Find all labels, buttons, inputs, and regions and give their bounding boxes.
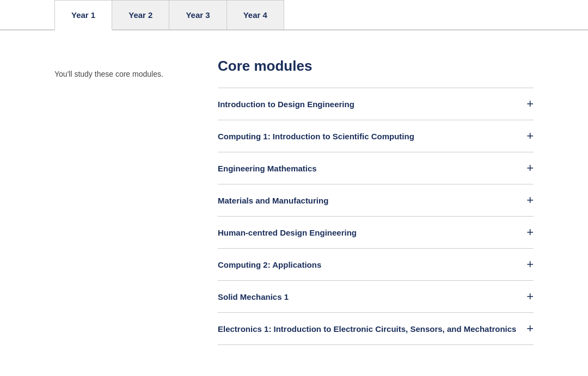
module-item[interactable]: Solid Mechanics 1+: [218, 281, 534, 313]
tab-year3[interactable]: Year 3: [169, 0, 226, 29]
module-expand-icon[interactable]: +: [526, 291, 534, 303]
module-item[interactable]: Engineering Mathematics+: [218, 152, 534, 184]
right-panel: Core modules Introduction to Design Engi…: [218, 58, 534, 345]
module-name: Electronics 1: Introduction to Electroni…: [218, 324, 516, 334]
left-panel: You'll study these core modules.: [54, 58, 196, 345]
module-list: Introduction to Design Engineering+Compu…: [218, 88, 534, 345]
module-expand-icon[interactable]: +: [526, 226, 534, 238]
module-expand-icon[interactable]: +: [526, 98, 534, 110]
module-name: Solid Mechanics 1: [218, 292, 289, 301]
module-expand-icon[interactable]: +: [526, 194, 534, 206]
tabs-bar: Year 1Year 2Year 3Year 4: [0, 0, 588, 30]
module-name: Computing 2: Applications: [218, 260, 321, 269]
tab-year1[interactable]: Year 1: [54, 0, 112, 30]
module-expand-icon[interactable]: +: [526, 258, 534, 270]
module-name: Introduction to Design Engineering: [218, 100, 354, 109]
module-name: Engineering Mathematics: [218, 164, 317, 173]
module-expand-icon[interactable]: +: [526, 130, 534, 142]
module-item[interactable]: Materials and Manufacturing+: [218, 184, 534, 217]
module-item[interactable]: Electronics 1: Introduction to Electroni…: [218, 313, 534, 345]
section-title: Core modules: [218, 58, 534, 75]
module-item[interactable]: Computing 2: Applications+: [218, 249, 534, 281]
module-item[interactable]: Computing 1: Introduction to Scientific …: [218, 120, 534, 152]
left-panel-description: You'll study these core modules.: [54, 69, 196, 80]
module-expand-icon[interactable]: +: [526, 162, 534, 174]
tab-year2[interactable]: Year 2: [112, 0, 169, 29]
module-item[interactable]: Human-centred Design Engineering+: [218, 217, 534, 249]
module-item[interactable]: Introduction to Design Engineering+: [218, 88, 534, 120]
module-name: Computing 1: Introduction to Scientific …: [218, 132, 414, 141]
module-name: Human-centred Design Engineering: [218, 228, 357, 237]
module-name: Materials and Manufacturing: [218, 196, 328, 205]
module-expand-icon[interactable]: +: [526, 323, 534, 335]
tab-year4[interactable]: Year 4: [227, 0, 284, 29]
